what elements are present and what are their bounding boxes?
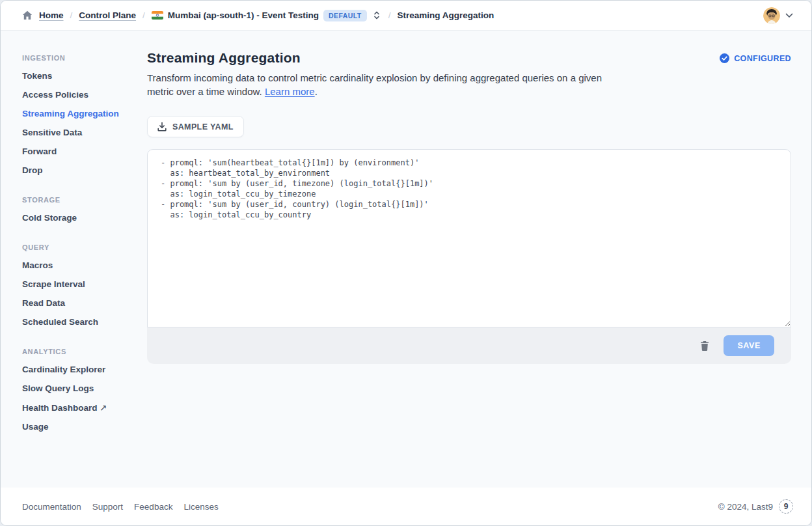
- check-circle-icon: [720, 53, 729, 63]
- last9-logo: 9: [779, 499, 793, 514]
- home-icon[interactable]: [22, 10, 33, 20]
- delete-button[interactable]: [697, 338, 712, 353]
- sidebar-item-cardinality-explorer[interactable]: Cardinality Explorer: [22, 360, 126, 379]
- trash-icon: [700, 340, 709, 351]
- editor-actions-bar: SAVE: [147, 327, 791, 364]
- sidebar-item-read-data[interactable]: Read Data: [22, 294, 126, 312]
- app-window: Home / Control Plane / Mumbai (ap-south-…: [0, 0, 812, 526]
- breadcrumb-separator: /: [142, 10, 145, 20]
- page-description: Transform incoming data to control metri…: [147, 72, 609, 98]
- sidebar-item-forward[interactable]: Forward: [22, 142, 126, 161]
- sidebar-item-macros[interactable]: Macros: [22, 256, 126, 275]
- page-title: Streaming Aggregation: [147, 50, 301, 66]
- sidebar-item-health-dashboard[interactable]: Health Dashboard ↗: [22, 398, 126, 417]
- sidebar-section-title: STORAGE: [22, 196, 126, 204]
- copyright-text: © 2024, Last9: [718, 502, 773, 512]
- description-text: Transform incoming data to control metri…: [147, 72, 602, 97]
- main-panel: Streaming Aggregation CONFIGURED Transfo…: [126, 31, 811, 488]
- sidebar-section-title: QUERY: [22, 243, 126, 251]
- top-bar: Home / Control Plane / Mumbai (ap-south-…: [1, 1, 811, 31]
- footer-link-documentation[interactable]: Documentation: [22, 502, 81, 512]
- breadcrumb-separator: /: [70, 10, 73, 20]
- sidebar-item-scheduled-search[interactable]: Scheduled Search: [22, 312, 126, 331]
- footer-link-support[interactable]: Support: [92, 502, 123, 512]
- sidebar-section-storage: STORAGECold Storage: [22, 196, 126, 227]
- status-badge: CONFIGURED: [720, 53, 791, 63]
- content-area: INGESTIONTokensAccess PoliciesStreaming …: [1, 31, 811, 488]
- sidebar-item-streaming-aggregation[interactable]: Streaming Aggregation: [22, 104, 126, 123]
- sidebar-item-slow-query-logs[interactable]: Slow Query Logs: [22, 379, 126, 398]
- footer-link-licenses[interactable]: Licenses: [183, 502, 218, 512]
- india-flag-icon: [152, 11, 163, 20]
- workspace-selector[interactable]: Mumbai (ap-south-1) - Event Testing DEFA…: [152, 9, 382, 21]
- breadcrumb-home-link[interactable]: Home: [39, 10, 64, 20]
- breadcrumb-control-plane-link[interactable]: Control Plane: [79, 10, 136, 20]
- sample-yaml-button[interactable]: SAMPLE YAML: [147, 116, 244, 137]
- default-badge: DEFAULT: [323, 10, 367, 21]
- sidebar-item-drop[interactable]: Drop: [22, 161, 126, 180]
- learn-more-link[interactable]: Learn more: [265, 86, 315, 97]
- sidebar-item-usage[interactable]: Usage: [22, 417, 126, 436]
- sidebar-item-cold-storage[interactable]: Cold Storage: [22, 208, 126, 227]
- sample-yaml-button-label: SAMPLE YAML: [172, 122, 234, 132]
- breadcrumb-separator: /: [388, 10, 391, 20]
- sidebar-item-scrape-interval[interactable]: Scrape Interval: [22, 275, 126, 294]
- status-badge-label: CONFIGURED: [734, 54, 791, 63]
- download-icon: [157, 122, 167, 132]
- footer-right: © 2024, Last9 9: [718, 499, 793, 514]
- external-link-icon: ↗: [98, 403, 107, 413]
- page-footer: DocumentationSupportFeedbackLicenses © 2…: [1, 488, 811, 525]
- yaml-editor-textarea[interactable]: - promql: 'sum(heartbeat_total{}[1m]) by…: [147, 149, 791, 327]
- breadcrumb: Home / Control Plane / Mumbai (ap-south-…: [22, 9, 494, 21]
- sidebar-section-query: QUERYMacrosScrape IntervalRead DataSched…: [22, 243, 126, 331]
- sidebar-item-access-policies[interactable]: Access Policies: [22, 85, 126, 104]
- aggregation-editor-card: - promql: 'sum(heartbeat_total{}[1m]) by…: [147, 149, 791, 364]
- workspace-selector-icon[interactable]: [372, 9, 382, 21]
- sidebar-section-analytics: ANALYTICSCardinality ExplorerSlow Query …: [22, 348, 126, 436]
- sidebar: INGESTIONTokensAccess PoliciesStreaming …: [1, 31, 126, 488]
- sidebar-item-sensitive-data[interactable]: Sensitive Data: [22, 123, 126, 142]
- chevron-down-icon: [785, 13, 793, 18]
- save-button[interactable]: SAVE: [724, 335, 774, 356]
- footer-link-feedback[interactable]: Feedback: [134, 502, 172, 512]
- footer-links: DocumentationSupportFeedbackLicenses: [22, 502, 219, 512]
- sidebar-section-ingestion: INGESTIONTokensAccess PoliciesStreaming …: [22, 54, 126, 180]
- sidebar-section-title: ANALYTICS: [22, 348, 126, 355]
- breadcrumb-current-page: Streaming Aggregation: [397, 10, 494, 20]
- avatar[interactable]: [763, 7, 780, 24]
- description-period: .: [315, 86, 318, 97]
- sidebar-section-title: INGESTION: [22, 54, 126, 62]
- sidebar-item-tokens[interactable]: Tokens: [22, 66, 126, 85]
- workspace-name: Mumbai (ap-south-1) - Event Testing: [168, 10, 319, 20]
- user-menu[interactable]: [763, 7, 793, 24]
